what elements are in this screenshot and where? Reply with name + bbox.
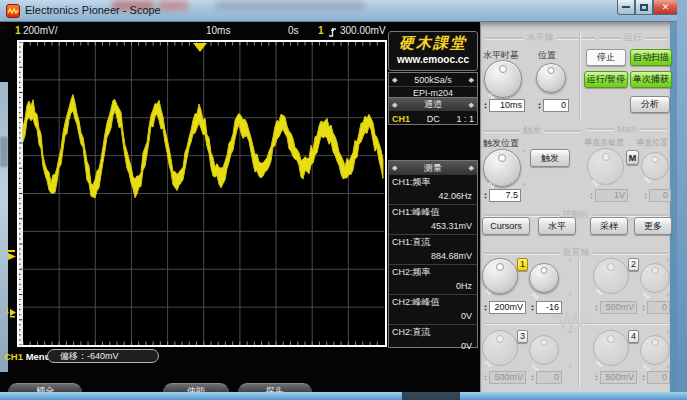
ch1-scale-knob[interactable] xyxy=(482,258,518,294)
knob-arrow-icon: ▼ xyxy=(665,364,671,370)
run-section-header: 运行 xyxy=(599,31,667,44)
ch1-position-knob[interactable] xyxy=(529,263,559,293)
ch4-position-knob[interactable] xyxy=(640,335,670,365)
sampling-button[interactable]: 采样 xyxy=(590,217,628,235)
measurement-row: CH1:频率42.06Hz xyxy=(389,175,477,204)
brand-name: 硬木課堂 xyxy=(389,34,477,53)
ch3-badge[interactable]: 3 xyxy=(517,330,528,343)
ch1-badge[interactable]: 1 xyxy=(517,258,528,271)
meas-value: 0V xyxy=(389,339,477,354)
h-offset-readout: 0s xyxy=(288,25,299,36)
ch1-position-spinner[interactable]: ▲▼-16 xyxy=(529,301,562,314)
device-box: ◆ 500kSa/s ◆ EPI-m204 xyxy=(388,72,478,100)
control-panel: 水平轴 运行 水平时基 位置 ▲▼10ms ▲▼0 停止 自动扫描 运行/暂停 … xyxy=(480,22,670,392)
brand-url: www.emooc.cc xyxy=(389,54,477,65)
trigger-position-knob[interactable] xyxy=(483,149,521,187)
meas-value: 0Hz xyxy=(389,279,477,294)
timebase-knob[interactable] xyxy=(484,60,522,98)
measurement-row: CH2:直流0V xyxy=(389,324,477,354)
ch4-scale-spinner[interactable]: ▲▼500mV xyxy=(593,371,637,384)
analyze-button[interactable]: 分析 xyxy=(630,96,670,113)
taskbar-strip xyxy=(0,392,687,400)
right-diamond-icon: ◆ xyxy=(469,101,474,109)
waveform-crossing-icon xyxy=(551,310,589,338)
trigger-section-header: 触发 xyxy=(484,124,580,137)
ch1-ground-marker-icon[interactable]: 1 xyxy=(5,305,17,323)
ch3-scale-knob[interactable] xyxy=(482,330,518,366)
sample-rate-row[interactable]: ◆ 500kSa/s ◆ xyxy=(389,73,477,86)
maximize-icon xyxy=(640,4,648,11)
ch2-position-spinner[interactable]: ▲▼0 xyxy=(640,301,670,314)
meas-value: 42.06Hz xyxy=(389,189,477,204)
channel-header-label: 通道 xyxy=(424,98,442,111)
svg-text:1: 1 xyxy=(5,307,9,314)
ch3-position-spinner[interactable]: ▲▼0 xyxy=(529,371,562,384)
math-m-button[interactable]: M xyxy=(626,150,639,165)
trigger-level-marker-icon[interactable] xyxy=(7,248,17,266)
ch4-position-spinner[interactable]: ▲▼0 xyxy=(640,371,670,384)
divider xyxy=(579,30,580,120)
timebase-readout: 10ms xyxy=(206,25,230,36)
trigger-position-spinner[interactable]: ▲▼7.5 xyxy=(482,189,521,202)
aero-reflection xyxy=(215,2,365,9)
h-position-spinner[interactable]: ▲▼0 xyxy=(536,99,569,112)
waveform-display[interactable] xyxy=(17,40,387,347)
single-capture-button[interactable]: 单次捕获 xyxy=(630,71,672,88)
measurement-row: CH2:频率0Hz xyxy=(389,264,477,294)
desktop: Electronics Pioneer - Scope ✕ 1 200mV/ 1… xyxy=(0,0,687,400)
right-diamond-icon: ◆ xyxy=(469,164,474,172)
h-position-knob[interactable] xyxy=(536,63,566,93)
ch3-position-knob[interactable] xyxy=(529,335,559,365)
math-position-knob[interactable] xyxy=(641,152,669,180)
ch4-badge[interactable]: 4 xyxy=(628,330,639,343)
ch4-scale-knob[interactable] xyxy=(593,330,629,366)
measure-header[interactable]: ◆ 测量 ◆ xyxy=(389,161,477,175)
channel-probe: 1 : 1 xyxy=(456,114,474,124)
left-diamond-icon: ◆ xyxy=(392,101,397,109)
more-button[interactable]: 更多 xyxy=(634,217,672,235)
close-icon: ✕ xyxy=(662,2,670,12)
ch2-badge[interactable]: 2 xyxy=(628,258,639,271)
run-pause-button[interactable]: 运行/暂停 xyxy=(584,71,628,88)
math-section-header: Math xyxy=(587,124,667,134)
minimize-button[interactable] xyxy=(617,0,635,15)
volts-per-div: 200mV/ xyxy=(23,25,57,36)
horizontal-button[interactable]: 水平 xyxy=(538,217,576,235)
close-button[interactable]: ✕ xyxy=(653,0,677,15)
right-diamond-icon: ◆ xyxy=(469,76,474,84)
meas-label: CH2:峰峰值 xyxy=(389,295,477,309)
minimize-icon xyxy=(622,6,630,8)
channel-coupling: DC xyxy=(427,114,440,124)
app-logo-icon xyxy=(6,4,20,18)
knob-arrow-icon: ▼ xyxy=(567,364,573,370)
ch2-position-knob[interactable] xyxy=(640,263,670,293)
stop-button[interactable]: 停止 xyxy=(586,49,626,66)
timebase-spinner[interactable]: ▲▼10ms xyxy=(482,99,525,112)
ch3-scale-spinner[interactable]: ▲▼500mV xyxy=(482,371,526,384)
ch2-scale-knob[interactable] xyxy=(593,258,629,294)
sample-rate: 500kSa/s xyxy=(414,75,452,85)
math-sensitivity-knob[interactable] xyxy=(587,148,624,185)
math-position-spinner[interactable]: ▲▼0 xyxy=(642,189,671,202)
math-position-label: 垂直位置 xyxy=(636,137,668,148)
cursors-button[interactable]: Cursors xyxy=(482,217,530,235)
ch1-scale-spinner[interactable]: ▲▼200mV xyxy=(482,301,526,314)
brand-box: 硬木課堂 www.emooc.cc xyxy=(388,31,478,71)
math-sensitivity-spinner[interactable]: ▲▼1V xyxy=(588,189,628,202)
desktop-edge-strip xyxy=(0,82,8,372)
auto-sweep-button[interactable]: 自动扫描 xyxy=(630,49,672,66)
channel-header[interactable]: ◆ 通道 ◆ xyxy=(389,98,477,111)
vertical-section-header: 垂直轴 xyxy=(484,246,668,259)
channel-menu-bar: CH1 Menu 偏移：-640mV 耦合 直流DC 使能 探头 1:1 xyxy=(0,348,480,392)
h-position-label: 位置 xyxy=(538,49,556,62)
trigger-level-readout: 300.00mV xyxy=(340,25,386,36)
meas-label: CH1:峰峰值 xyxy=(389,205,477,219)
ch2-scale-spinner[interactable]: ▲▼500mV xyxy=(593,301,637,314)
measurement-row: CH2:峰峰值0V xyxy=(389,294,477,324)
left-diamond-icon: ◆ xyxy=(392,164,397,172)
maximize-button[interactable] xyxy=(635,0,653,15)
knob-arrow-icon: ▼ xyxy=(521,182,527,188)
measure-header-label: 测量 xyxy=(424,162,442,175)
trigger-button[interactable]: 触发 xyxy=(530,149,570,167)
titlebar[interactable]: Electronics Pioneer - Scope ✕ xyxy=(0,0,677,22)
